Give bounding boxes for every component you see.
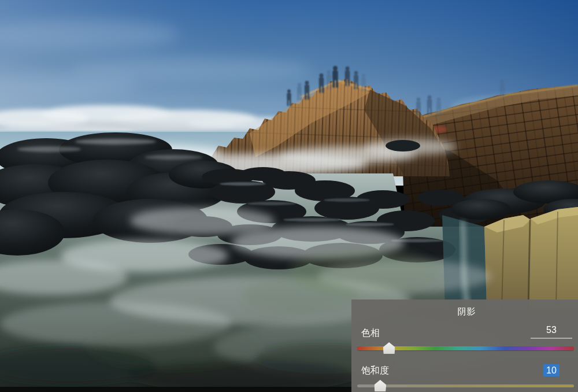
panel-title: 阴影 (361, 306, 572, 317)
saturation-slider[interactable] (357, 380, 574, 391)
hue-row: 色相 53 (361, 325, 572, 339)
tan-columns (442, 207, 578, 309)
hue-slider-thumb[interactable] (383, 342, 395, 354)
saturation-slider-thumb[interactable] (374, 380, 386, 391)
split-toning-shadows-panel: 阴影 色相 53 饱和度 10 (351, 299, 578, 392)
hue-value[interactable]: 53 (531, 324, 572, 339)
saturation-value[interactable]: 10 (543, 364, 560, 376)
photo-editor-window: 阴影 色相 53 饱和度 10 (0, 0, 578, 392)
hue-label: 色相 (361, 327, 380, 339)
saturation-row: 饱和度 10 (361, 363, 572, 376)
hue-slider[interactable] (357, 342, 574, 354)
sea-rock (386, 140, 420, 151)
saturation-value-wrap: 10 (531, 364, 572, 376)
saturation-slider-track[interactable] (357, 384, 574, 387)
saturation-label: 饱和度 (361, 365, 389, 376)
